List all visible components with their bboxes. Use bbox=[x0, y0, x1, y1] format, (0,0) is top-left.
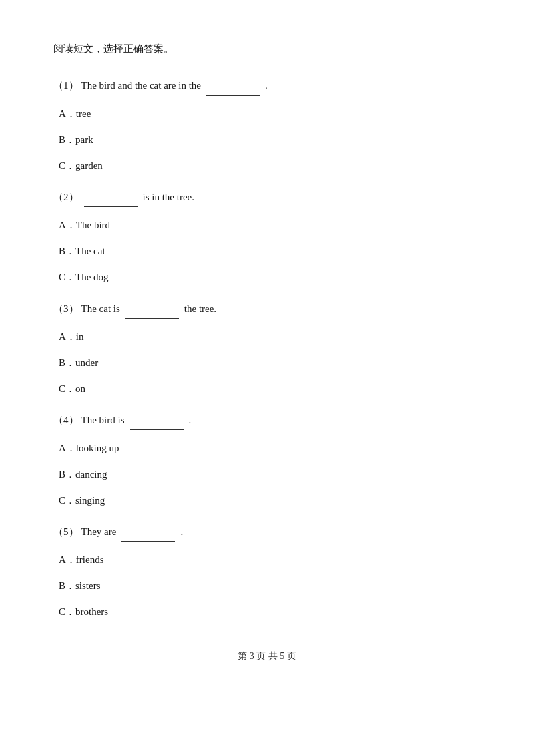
question-5-option-1-value: friends bbox=[76, 554, 104, 565]
question-4-blank bbox=[130, 411, 184, 430]
question-3-option-1[interactable]: A．in bbox=[53, 328, 481, 346]
question-5-blank bbox=[121, 523, 175, 542]
question-3-blank bbox=[125, 300, 179, 319]
question-4-option-3-value: singing bbox=[75, 495, 105, 506]
question-2-option-3[interactable]: C．The dog bbox=[53, 268, 481, 287]
question-1-option-1-label: A． bbox=[59, 108, 76, 119]
question-3-number: （3） bbox=[53, 300, 79, 318]
question-4-option-1-value: looking up bbox=[76, 443, 119, 453]
question-4-line: （4） The bird is . bbox=[53, 411, 481, 430]
question-3-option-3-value: on bbox=[75, 383, 85, 394]
question-4-text-before: The bird is bbox=[81, 411, 125, 429]
questions-container: （1） The bird and the cat are in the .A．t… bbox=[53, 77, 481, 621]
question-1-option-3-label: C． bbox=[59, 160, 75, 171]
question-4-option-3-label: C． bbox=[59, 495, 75, 506]
question-5: （5） They are .A．friendsB．sistersC．brothe… bbox=[53, 523, 481, 621]
instruction: 阅读短文，选择正确答案。 bbox=[53, 40, 481, 58]
question-2-option-2-value: The cat bbox=[75, 246, 105, 256]
question-1-option-2[interactable]: B．park bbox=[53, 131, 481, 149]
page-footer: 第 3 页 共 5 页 bbox=[53, 648, 481, 665]
question-1-option-2-label: B． bbox=[59, 134, 75, 145]
question-2-option-2[interactable]: B．The cat bbox=[53, 242, 481, 260]
question-3: （3） The cat is the tree.A．inB．underC．on bbox=[53, 300, 481, 398]
question-5-option-3-value: brothers bbox=[75, 606, 108, 617]
question-3-option-2-value: under bbox=[75, 357, 98, 368]
question-4: （4） The bird is .A．looking upB．dancingC．… bbox=[53, 411, 481, 510]
question-5-option-1[interactable]: A．friends bbox=[53, 551, 481, 569]
question-5-option-3-label: C． bbox=[59, 606, 75, 617]
question-4-option-3[interactable]: C．singing bbox=[53, 492, 481, 510]
question-2-blank bbox=[84, 188, 138, 207]
question-1-blank bbox=[206, 77, 260, 96]
question-5-number: （5） bbox=[53, 523, 79, 541]
question-2-text-after: is in the tree. bbox=[143, 188, 194, 206]
question-4-option-1[interactable]: A．looking up bbox=[53, 439, 481, 457]
question-4-text-after: . bbox=[189, 411, 192, 429]
question-4-option-2[interactable]: B．dancing bbox=[53, 465, 481, 484]
question-5-line: （5） They are . bbox=[53, 523, 481, 542]
question-3-text-after: the tree. bbox=[184, 300, 216, 318]
question-3-option-1-label: A． bbox=[59, 331, 76, 342]
question-4-number: （4） bbox=[53, 411, 79, 429]
question-1-option-2-value: park bbox=[75, 134, 93, 145]
question-1: （1） The bird and the cat are in the .A．t… bbox=[53, 77, 481, 175]
question-2-option-1[interactable]: A．The bird bbox=[53, 216, 481, 234]
question-2-option-3-label: C． bbox=[59, 272, 75, 282]
question-5-text-after: . bbox=[180, 523, 183, 541]
question-5-option-2-value: sisters bbox=[75, 580, 101, 591]
question-5-option-2[interactable]: B．sisters bbox=[53, 577, 481, 595]
question-3-option-3[interactable]: C．on bbox=[53, 380, 481, 398]
question-2-line: （2） is in the tree. bbox=[53, 188, 481, 207]
question-1-text-before: The bird and the cat are in the bbox=[81, 77, 202, 95]
question-4-option-2-value: dancing bbox=[75, 469, 107, 480]
question-5-option-3[interactable]: C．brothers bbox=[53, 603, 481, 621]
question-2-option-1-label: A． bbox=[59, 220, 76, 230]
question-3-option-1-value: in bbox=[76, 331, 84, 342]
question-3-line: （3） The cat is the tree. bbox=[53, 300, 481, 319]
question-2-option-2-label: B． bbox=[59, 246, 75, 256]
question-5-text-before: They are bbox=[81, 523, 117, 541]
question-3-option-3-label: C． bbox=[59, 383, 75, 394]
question-4-option-2-label: B． bbox=[59, 469, 75, 480]
question-4-option-1-label: A． bbox=[59, 443, 76, 453]
question-1-option-3-value: garden bbox=[75, 160, 103, 171]
question-2-option-1-value: The bird bbox=[76, 220, 110, 230]
question-3-option-2-label: B． bbox=[59, 357, 75, 368]
question-3-option-2[interactable]: B．under bbox=[53, 354, 481, 372]
question-2: （2） is in the tree.A．The birdB．The catC．… bbox=[53, 188, 481, 287]
question-5-option-2-label: B． bbox=[59, 580, 75, 591]
question-1-number: （1） bbox=[53, 77, 79, 95]
question-5-option-1-label: A． bbox=[59, 554, 76, 565]
question-2-option-3-value: The dog bbox=[75, 272, 109, 282]
question-1-option-3[interactable]: C．garden bbox=[53, 157, 481, 175]
question-1-text-after: . bbox=[265, 77, 268, 95]
question-1-option-1[interactable]: A．tree bbox=[53, 105, 481, 123]
question-1-line: （1） The bird and the cat are in the . bbox=[53, 77, 481, 96]
question-1-option-1-value: tree bbox=[76, 108, 91, 119]
question-2-number: （2） bbox=[53, 188, 79, 206]
question-3-text-before: The cat is bbox=[81, 300, 120, 318]
